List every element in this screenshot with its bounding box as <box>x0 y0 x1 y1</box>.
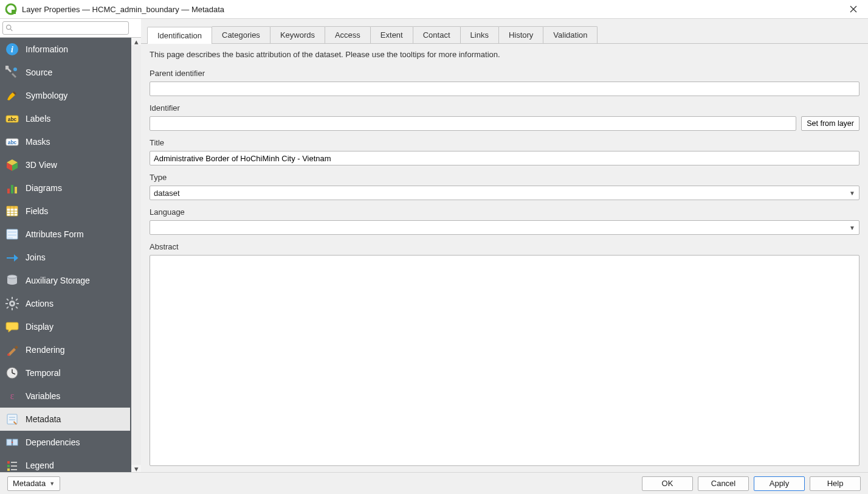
sidebar-item-diagrams[interactable]: Diagrams <box>0 176 130 200</box>
identification-tabpage: This page describes the basic attributio… <box>141 43 868 472</box>
type-combobox[interactable]: dataset ▼ <box>150 186 859 200</box>
chevron-down-icon: ▼ <box>849 224 855 231</box>
sidebar-item-labels[interactable]: abcLabels <box>0 107 130 130</box>
scroll-up-icon[interactable]: ▴ <box>131 38 141 45</box>
titlebar: Layer Properties — HCMC_admin_boundary —… <box>0 0 868 19</box>
help-button[interactable]: Help <box>810 476 861 491</box>
svg-rect-30 <box>16 303 19 304</box>
sidebar-search-row <box>0 19 141 38</box>
sidebar-item-joins[interactable]: Joins <box>0 246 130 269</box>
sidebar-item-label: Information <box>26 44 68 54</box>
search-icon <box>5 24 13 32</box>
sidebar-item-variables[interactable]: εVariables <box>0 384 130 408</box>
sidebar-item-label: Fields <box>26 206 48 216</box>
cancel-button[interactable]: Cancel <box>698 476 749 491</box>
svg-rect-21 <box>8 231 16 233</box>
dialog-footer: Metadata ▼ OK Cancel Apply Help <box>0 472 868 494</box>
sidebar-item-metadata[interactable]: Metadata <box>0 408 130 431</box>
sidebar-item-label: Metadata <box>26 414 61 424</box>
diagrams-icon <box>5 181 19 195</box>
svg-rect-47 <box>7 465 10 467</box>
sidebar-item-label: Joins <box>26 252 46 262</box>
sidebar-item-label: Diagrams <box>26 183 62 193</box>
sidebar-search-field[interactable] <box>2 21 129 35</box>
svg-point-2 <box>7 25 11 29</box>
svg-point-35 <box>11 302 13 305</box>
svg-rect-28 <box>12 308 13 310</box>
svg-text:ε: ε <box>10 391 15 401</box>
svg-rect-34 <box>15 298 18 301</box>
parent-identifier-label: Parent identifier <box>150 69 859 78</box>
metadata-menu-button[interactable]: Metadata ▼ <box>7 476 60 491</box>
form-icon <box>5 227 19 242</box>
cube-icon <box>5 158 19 172</box>
sidebar-item-source[interactable]: Source <box>0 61 130 84</box>
sidebar-item-label: Labels <box>26 114 50 124</box>
svg-rect-1 <box>12 10 16 14</box>
title-label: Title <box>150 138 859 147</box>
sidebar-item-display[interactable]: Display <box>0 315 130 338</box>
metadata-menu-label: Metadata <box>13 479 46 488</box>
sidebar-item-label: Variables <box>26 391 60 401</box>
sidebar-item-fields[interactable]: Fields <box>0 200 130 223</box>
svg-rect-27 <box>12 297 13 299</box>
set-from-layer-button[interactable]: Set from layer <box>801 116 859 131</box>
identifier-input[interactable] <box>150 116 796 131</box>
svg-rect-13 <box>15 187 17 193</box>
tab-validation[interactable]: Validation <box>543 26 598 43</box>
sidebar-item-label: Auxiliary Storage <box>26 276 90 285</box>
type-label: Type <box>150 173 859 182</box>
sidebar-item-label: Masks <box>26 137 50 147</box>
svg-rect-32 <box>15 306 18 308</box>
tab-links[interactable]: Links <box>460 26 499 43</box>
abstract-textarea[interactable] <box>150 255 859 466</box>
scroll-down-icon[interactable]: ▾ <box>131 465 141 472</box>
sidebar-item-actions[interactable]: Actions <box>0 292 130 315</box>
abstract-label: Abstract <box>150 242 859 251</box>
svg-line-3 <box>10 29 12 31</box>
svg-rect-44 <box>7 439 12 445</box>
metadata-tabbar: IdentificationCategoriesKeywordsAccessEx… <box>141 19 868 43</box>
storage-icon <box>5 273 19 288</box>
type-value: dataset <box>154 189 180 198</box>
clock-icon <box>5 366 19 380</box>
sidebar-item-attributes-form[interactable]: Attributes Form <box>0 223 130 246</box>
sidebar-item-masks[interactable]: abcMasks <box>0 130 130 153</box>
sidebar-scrollbar[interactable]: ▴ ▾ <box>131 38 141 472</box>
variables-icon: ε <box>5 389 19 403</box>
language-combobox[interactable]: ▼ <box>150 220 859 235</box>
ok-button[interactable]: OK <box>642 476 693 491</box>
tab-identification[interactable]: Identification <box>147 27 212 44</box>
tab-categories[interactable]: Categories <box>212 26 270 43</box>
sidebar-search-input[interactable] <box>15 23 126 33</box>
svg-rect-29 <box>5 303 8 304</box>
info-icon: i <box>5 42 19 57</box>
svg-rect-48 <box>7 468 10 471</box>
tab-keywords[interactable]: Keywords <box>270 26 325 43</box>
sidebar-item-rendering[interactable]: Rendering <box>0 338 130 361</box>
sidebar-item-label: Legend <box>26 461 54 470</box>
sidebar-item-label: Display <box>26 322 53 332</box>
legend-icon <box>5 458 19 472</box>
tab-history[interactable]: History <box>498 26 543 43</box>
sidebar-item-label: Actions <box>26 299 53 308</box>
sidebar-item-dependencies[interactable]: Dependencies <box>0 431 130 454</box>
title-input[interactable] <box>150 151 859 165</box>
chevron-down-icon: ▼ <box>49 481 55 487</box>
close-button[interactable] <box>844 4 863 15</box>
tab-extent[interactable]: Extent <box>370 26 413 43</box>
sidebar-item-label: Symbology <box>26 91 67 100</box>
sidebar-item-information[interactable]: iInformation <box>0 38 130 61</box>
chevron-down-icon: ▼ <box>849 190 855 197</box>
sidebar-item-symbology[interactable]: Symbology <box>0 84 130 107</box>
deps-icon <box>5 435 19 450</box>
sidebar-item-auxiliary-storage[interactable]: Auxiliary Storage <box>0 269 130 292</box>
tab-access[interactable]: Access <box>325 26 371 43</box>
parent-identifier-input[interactable] <box>150 82 859 96</box>
tab-contact[interactable]: Contact <box>413 26 461 43</box>
svg-rect-23 <box>8 237 13 238</box>
sidebar-item-3d-view[interactable]: 3D View <box>0 153 130 176</box>
sidebar-item-legend[interactable]: Legend <box>0 454 130 472</box>
apply-button[interactable]: Apply <box>754 476 805 491</box>
sidebar-item-temporal[interactable]: Temporal <box>0 361 130 384</box>
